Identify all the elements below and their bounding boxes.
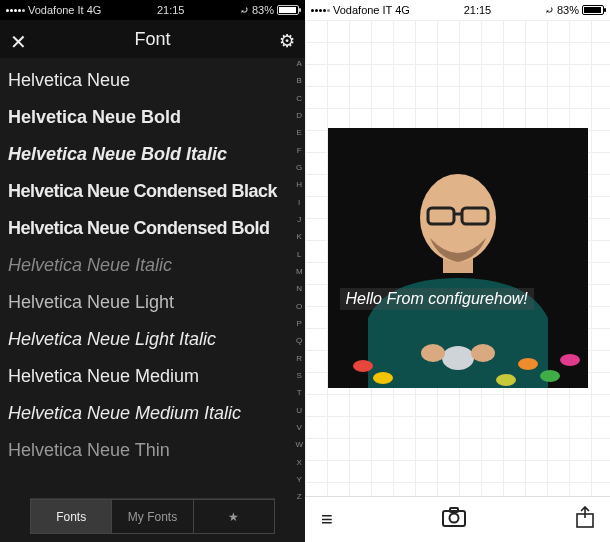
battery-icon	[277, 5, 299, 15]
alpha-index-letter[interactable]: D	[295, 112, 303, 121]
font-item[interactable]: Helvetica Neue Condensed Black	[8, 173, 305, 210]
alpha-index-letter[interactable]: E	[295, 129, 303, 138]
menu-icon[interactable]: ≡	[321, 508, 333, 531]
alpha-index-letter[interactable]: R	[295, 355, 303, 364]
alpha-index-letter[interactable]: B	[295, 77, 303, 86]
font-item[interactable]: Helvetica Neue Light Italic	[8, 321, 305, 358]
battery-pct: 83%	[557, 4, 579, 16]
font-item[interactable]: Helvetica Neue Italic	[8, 247, 305, 284]
text-overlay[interactable]: Hello From configurehow!	[340, 288, 534, 310]
svg-point-2	[420, 174, 496, 262]
font-item[interactable]: Helvetica Neue Condensed Bold	[8, 210, 305, 247]
alpha-index-letter[interactable]: M	[295, 268, 303, 277]
alpha-index-letter[interactable]: C	[295, 95, 303, 104]
alpha-index-letter[interactable]: Z	[295, 493, 303, 502]
font-picker-screen: Vodafone It 4G 21:15 ⤾ 83% ✕ Font ⚙ Helv…	[0, 0, 305, 542]
editor-screen: Vodafone IT 4G 21:15 ⤾ 83%	[305, 0, 610, 542]
rotation-lock-icon: ⤾	[545, 4, 554, 17]
canvas-area[interactable]: Hello From configurehow!	[305, 20, 610, 496]
status-bar: Vodafone IT 4G 21:15 ⤾ 83%	[305, 0, 610, 20]
font-item[interactable]: Helvetica Neue Bold Italic	[8, 136, 305, 173]
alpha-index-letter[interactable]: N	[295, 285, 303, 294]
status-bar: Vodafone It 4G 21:15 ⤾ 83%	[0, 0, 305, 20]
alpha-index-letter[interactable]: A	[295, 60, 303, 69]
font-item[interactable]: Helvetica Neue Thin	[8, 432, 305, 469]
battery-icon	[582, 5, 604, 15]
signal-dots-icon	[6, 9, 25, 12]
font-item[interactable]: Helvetica Neue	[8, 62, 305, 99]
bottom-toolbar: ≡	[305, 496, 610, 542]
alpha-index-letter[interactable]: J	[295, 216, 303, 225]
svg-point-8	[471, 344, 495, 362]
alpha-index-letter[interactable]: X	[295, 459, 303, 468]
font-item[interactable]: Helvetica Neue Light	[8, 284, 305, 321]
photo-content	[328, 128, 588, 388]
alpha-index-letter[interactable]: P	[295, 320, 303, 329]
alpha-index-letter[interactable]: H	[295, 181, 303, 190]
svg-point-10	[373, 372, 393, 384]
font-item[interactable]: Helvetica Neue Bold	[8, 99, 305, 136]
alpha-index-letter[interactable]: Y	[295, 476, 303, 485]
alpha-index[interactable]: ABCDEFGHIJKLMNOPQRSTUVWXYZ	[295, 60, 303, 502]
alpha-index-letter[interactable]: Q	[295, 337, 303, 346]
battery-pct: 83%	[252, 4, 274, 16]
carrier-label: Vodafone It 4G	[28, 4, 101, 16]
tab-my-fonts[interactable]: My Fonts	[112, 499, 193, 534]
font-item[interactable]: Helvetica Neue Medium Italic	[8, 395, 305, 432]
rotation-lock-icon: ⤾	[240, 4, 249, 17]
alpha-index-letter[interactable]: V	[295, 424, 303, 433]
svg-point-12	[540, 370, 560, 382]
header-title: Font	[134, 29, 170, 50]
gear-icon[interactable]: ⚙	[279, 30, 295, 52]
carrier-label: Vodafone IT 4G	[333, 4, 410, 16]
signal-dots-icon	[311, 9, 330, 12]
alpha-index-letter[interactable]: O	[295, 303, 303, 312]
svg-point-16	[450, 514, 459, 523]
alpha-index-letter[interactable]: L	[295, 251, 303, 260]
font-item[interactable]: Helvetica Neue Medium	[8, 358, 305, 395]
close-icon[interactable]: ✕	[10, 30, 27, 54]
alpha-index-letter[interactable]: W	[295, 441, 303, 450]
svg-point-14	[560, 354, 580, 366]
alpha-index-letter[interactable]: T	[295, 389, 303, 398]
alpha-index-letter[interactable]: S	[295, 372, 303, 381]
alpha-index-letter[interactable]: G	[295, 164, 303, 173]
alpha-index-letter[interactable]: U	[295, 407, 303, 416]
svg-point-6	[442, 346, 474, 370]
bottom-tabbar: Fonts My Fonts ★	[30, 498, 275, 534]
alpha-index-letter[interactable]: I	[295, 199, 303, 208]
alpha-index-letter[interactable]: K	[295, 233, 303, 242]
svg-point-7	[421, 344, 445, 362]
alpha-index-letter[interactable]: F	[295, 147, 303, 156]
header: ✕ Font ⚙	[0, 20, 305, 58]
photo[interactable]: Hello From configurehow!	[328, 128, 588, 388]
tab-favorites[interactable]: ★	[194, 499, 275, 534]
tab-fonts[interactable]: Fonts	[30, 499, 112, 534]
svg-point-13	[496, 374, 516, 386]
font-list[interactable]: Helvetica NeueHelvetica Neue BoldHelveti…	[0, 58, 305, 498]
camera-icon[interactable]	[442, 507, 466, 532]
share-icon[interactable]	[576, 506, 594, 533]
svg-point-11	[518, 358, 538, 370]
svg-point-9	[353, 360, 373, 372]
clock: 21:15	[157, 4, 185, 16]
clock: 21:15	[464, 4, 492, 16]
